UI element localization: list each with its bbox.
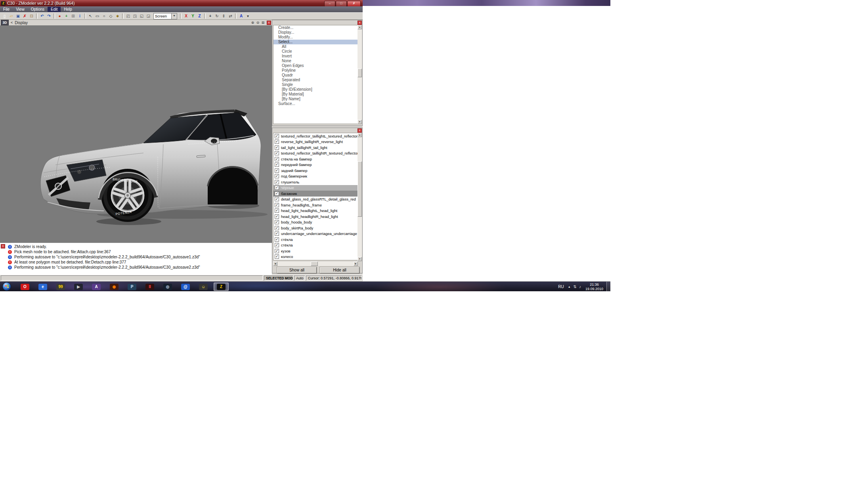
select-rect-icon[interactable]: ▭ bbox=[94, 13, 101, 19]
command-panel-item[interactable]: Circle bbox=[273, 49, 358, 54]
command-panel-item[interactable]: [By ID/Extension] bbox=[273, 87, 358, 92]
command-panel-item[interactable]: Single bbox=[273, 82, 358, 87]
command-panel-item[interactable]: Quadr bbox=[273, 73, 358, 78]
command-panel-item[interactable]: Open Edges bbox=[273, 63, 358, 68]
mesh-visibility-checkbox[interactable]: ✓ bbox=[275, 220, 279, 224]
scroll-thumb[interactable] bbox=[358, 161, 362, 217]
view-3d-icon[interactable]: ◲ bbox=[145, 13, 152, 19]
command-panel-item[interactable]: Invert bbox=[273, 54, 358, 59]
scale-tool-icon[interactable]: ⇕ bbox=[220, 13, 227, 19]
axis-y-button[interactable]: Y bbox=[189, 13, 196, 19]
mesh-visibility-checkbox[interactable]: ✓ bbox=[275, 226, 279, 230]
status-auto-segment[interactable]: Auto bbox=[294, 275, 305, 281]
mesh-visibility-checkbox[interactable]: ✓ bbox=[275, 203, 279, 207]
command-panel-item[interactable]: Polyline bbox=[273, 68, 358, 73]
plugin-icon[interactable]: + bbox=[63, 13, 70, 19]
mesh-list-item[interactable]: ✓detail_glass_red_glassRTL_detail_glass_… bbox=[273, 197, 358, 202]
mesh-visibility-checkbox[interactable]: ✓ bbox=[275, 134, 279, 138]
view-top-icon[interactable]: ◱ bbox=[138, 13, 145, 19]
mesh-list-hscrollbar[interactable]: ◀ ▶ bbox=[273, 262, 358, 266]
disc-burner-icon[interactable]: ◉ bbox=[107, 283, 122, 291]
menu-file[interactable]: File bbox=[0, 7, 13, 12]
mail-agent-icon[interactable]: @ bbox=[178, 283, 193, 291]
maximize-button[interactable]: □ bbox=[336, 1, 347, 7]
mesh-visibility-checkbox[interactable]: ✓ bbox=[275, 237, 279, 242]
mesh-list-item[interactable]: ✓textured_reflector_taillightR_textured_… bbox=[273, 151, 358, 157]
menu-edit[interactable]: Edit bbox=[48, 7, 61, 12]
viewport-mode-button[interactable]: 3D bbox=[1, 20, 9, 25]
mesh-visibility-checkbox[interactable]: ✓ bbox=[275, 197, 279, 201]
mesh-list-item[interactable]: ✓глушитель bbox=[273, 179, 358, 185]
undo-icon[interactable]: ↶ bbox=[39, 13, 46, 19]
zoom-out-icon[interactable]: ⊖ bbox=[255, 21, 260, 25]
mesh-list-item[interactable]: ✓чёрные bbox=[273, 185, 358, 191]
mesh-visibility-checkbox[interactable]: ✓ bbox=[275, 231, 279, 236]
mesh-visibility-checkbox[interactable]: ✓ bbox=[275, 243, 279, 247]
mesh-visibility-checkbox[interactable]: ✓ bbox=[275, 151, 279, 155]
mesh-list-item[interactable]: ✓reverse_light_taillightR_reverse_light bbox=[273, 139, 358, 145]
photo-viewer-icon[interactable]: P bbox=[124, 283, 140, 291]
command-panel-item[interactable]: Create... bbox=[273, 25, 358, 30]
command-panel-item[interactable]: Select... bbox=[273, 40, 358, 44]
mirror-tool-icon[interactable]: ⇄ bbox=[227, 13, 234, 19]
mesh-list-scrollbar[interactable]: ▲ ▼ bbox=[358, 133, 362, 261]
viewport-back-arrow[interactable]: < bbox=[11, 21, 13, 25]
redo-icon[interactable]: ↷ bbox=[46, 13, 52, 19]
titlebar[interactable]: Z C30 - ZModeler ver 2.2.2 (Build 964) –… bbox=[0, 0, 363, 6]
show-all-button[interactable]: Show all bbox=[277, 267, 317, 273]
start-button[interactable] bbox=[2, 282, 11, 291]
menu-options[interactable]: Options bbox=[28, 7, 48, 12]
select-poly-icon[interactable]: ◇ bbox=[107, 13, 114, 19]
viewport-view-name[interactable]: Display bbox=[15, 21, 28, 25]
minimize-button[interactable]: – bbox=[324, 1, 335, 7]
volume-icon[interactable]: ♪ bbox=[578, 285, 582, 289]
scroll-left-icon[interactable]: ◀ bbox=[273, 262, 277, 266]
messenger-icon[interactable]: ☺ bbox=[196, 283, 211, 291]
mesh-list-item[interactable]: ✓undercarriage_undercarriagea_undercarri… bbox=[273, 231, 358, 237]
scroll-up-icon[interactable]: ▲ bbox=[358, 25, 362, 29]
mesh-visibility-checkbox[interactable]: ✓ bbox=[275, 162, 279, 167]
mesh-list-item[interactable]: ✓textured_reflector_taillightL_textured_… bbox=[273, 133, 358, 139]
mesh-list-item[interactable]: ✓задний бампер bbox=[273, 168, 358, 174]
mesh-visibility-checkbox[interactable]: ✓ bbox=[275, 249, 279, 253]
axis-x-button[interactable]: X bbox=[183, 13, 189, 19]
command-panel-item[interactable]: Display... bbox=[273, 30, 358, 35]
mesh-visibility-checkbox[interactable]: ✓ bbox=[275, 139, 279, 144]
mesh-list-item[interactable]: ✓передний бампер bbox=[273, 162, 358, 168]
axis-z-button[interactable]: Z bbox=[196, 13, 203, 19]
zmodeler-taskbar-icon[interactable]: Z bbox=[214, 283, 229, 291]
command-panel-scrollbar[interactable]: ▲ ▼ bbox=[358, 25, 362, 124]
mesh-list-item[interactable]: ✓стёкла bbox=[273, 243, 358, 248]
view-mode-dropdown[interactable]: Screen▼ bbox=[153, 13, 177, 19]
media-player-icon[interactable]: ▶ bbox=[71, 283, 86, 291]
scroll-down-icon[interactable]: ▼ bbox=[358, 120, 362, 124]
run-icon[interactable]: ● bbox=[56, 13, 63, 19]
mesh-visibility-checkbox[interactable]: ✓ bbox=[275, 254, 279, 259]
mesh-visibility-checkbox[interactable]: ✓ bbox=[275, 168, 279, 173]
language-indicator[interactable]: RU bbox=[556, 285, 566, 289]
scroll-up-icon[interactable]: ▲ bbox=[358, 133, 362, 137]
graphics-app-icon[interactable]: A bbox=[89, 283, 104, 291]
command-panel-item[interactable]: [By Material] bbox=[273, 92, 358, 97]
mesh-list-item[interactable]: ✓frame_headlightL_frame bbox=[273, 202, 358, 208]
qip-messenger-icon[interactable]: 99 bbox=[53, 283, 68, 291]
mesh-list-item[interactable]: ✓head_light_headlightR_head_light bbox=[273, 214, 358, 220]
mesh-list-item[interactable]: ✓body_hooda_body bbox=[273, 220, 358, 225]
mesh-list-item[interactable]: ✓head_light_headlightL_head_light bbox=[273, 208, 358, 214]
tray-expand-icon[interactable]: ▲ bbox=[566, 285, 572, 288]
show-desktop-button[interactable] bbox=[606, 282, 610, 291]
view-side-icon[interactable]: ◳ bbox=[132, 13, 138, 19]
mesh-list-item[interactable]: ✓body_skirtRa_body bbox=[273, 225, 358, 231]
network-icon[interactable]: ⇅ bbox=[572, 285, 578, 289]
scroll-right-icon[interactable]: ▶ bbox=[354, 262, 358, 266]
viewport-3d-render[interactable]: BRIDGESTONE POTENZA z x bbox=[0, 25, 272, 243]
mesh-visibility-checkbox[interactable]: ✓ bbox=[275, 191, 279, 196]
view-front-icon[interactable]: ◰ bbox=[125, 13, 132, 19]
new-file-icon[interactable]: ▯ bbox=[1, 13, 8, 19]
menu-view[interactable]: View bbox=[13, 7, 28, 12]
command-panel-item[interactable]: [By Name] bbox=[273, 97, 358, 101]
info-icon[interactable]: i bbox=[76, 13, 83, 19]
mesh-visibility-checkbox[interactable]: ✓ bbox=[275, 145, 279, 150]
close-button[interactable]: ✗ bbox=[347, 1, 361, 7]
clipboard-icon[interactable]: ⊟ bbox=[28, 13, 35, 19]
